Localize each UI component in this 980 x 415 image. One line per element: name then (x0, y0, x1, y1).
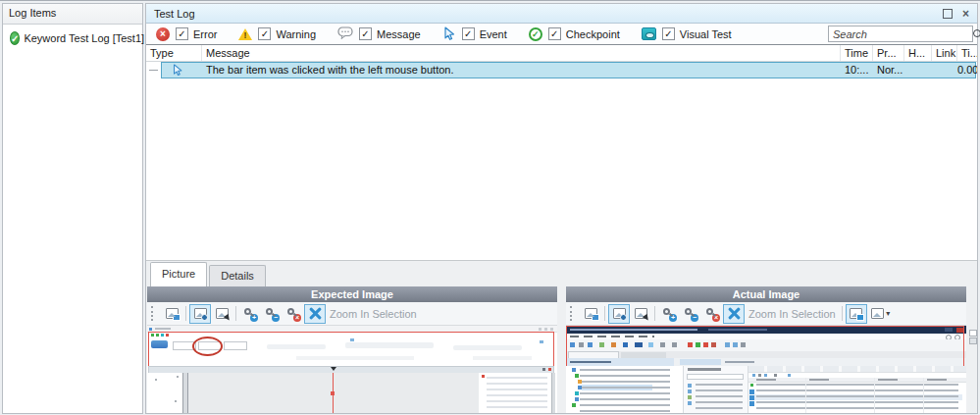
tool-dot (570, 342, 575, 347)
tool-dot (623, 342, 628, 347)
ribbon-speck (540, 340, 543, 343)
zoom-out-icon: − (684, 307, 697, 321)
log-table-header: Type Message Time Pr... H... Link Ti... (146, 45, 977, 62)
column-header-priority[interactable]: Pr... (873, 45, 904, 61)
zoom-reset-button[interactable]: × (283, 304, 304, 324)
picture-compare-area: Expected Image + − × Zoom In Selection (146, 286, 977, 413)
tool-dot (579, 342, 584, 347)
actual-image-preview[interactable] (566, 326, 966, 413)
event-checkbox[interactable] (462, 27, 475, 40)
preview-panel-heads (566, 358, 966, 366)
preview-operations-panel (684, 366, 748, 413)
select-mode-button[interactable] (211, 304, 232, 324)
row-message-cell: The bar item was clicked with the left m… (202, 62, 841, 78)
zoom-out-button[interactable]: − (261, 304, 283, 324)
log-table-row[interactable]: The bar item was clicked with the left m… (146, 62, 977, 78)
toolbar-separator (654, 306, 655, 321)
column-header-haspicture[interactable]: H... (904, 45, 932, 61)
qat-dot (151, 334, 154, 337)
filter-error[interactable]: Error (156, 27, 217, 41)
panel-splitter[interactable] (557, 286, 566, 413)
pan-mode-button[interactable] (608, 304, 630, 324)
filter-warning[interactable]: Warning (238, 27, 316, 40)
chevron-down-icon: ▾ (886, 309, 890, 318)
column-header-link[interactable]: Link (932, 45, 957, 61)
select-picture-icon (216, 308, 229, 319)
filter-event[interactable]: Event (442, 26, 507, 41)
maximize-icon[interactable] (943, 9, 953, 19)
event-icon (442, 26, 456, 41)
tool-dot (635, 342, 643, 347)
message-checkbox[interactable] (359, 27, 372, 40)
save-picture-icon (585, 308, 597, 319)
grid-tool-dot (752, 374, 755, 377)
log-tree-item[interactable]: ✓ Keyword Test Log [Test1] (3, 31, 142, 45)
head-text (570, 361, 611, 363)
checkpoint-checkbox[interactable] (548, 27, 561, 40)
grid-tool-dot (788, 374, 791, 377)
toolbar-separator (604, 306, 605, 321)
column-header-message[interactable]: Message (202, 45, 841, 61)
picture-options-button[interactable]: ▾ (867, 304, 895, 324)
zoom-fit-button[interactable] (723, 304, 745, 324)
filter-message[interactable]: Message (337, 26, 421, 43)
close-icon[interactable]: × (962, 9, 969, 19)
log-items-header: Log Items (3, 4, 142, 25)
tree-bullet (575, 391, 579, 395)
workspace-tab (568, 351, 619, 358)
grid-row-icon (749, 395, 754, 400)
preview-title-text (570, 329, 697, 331)
head-text (725, 361, 754, 363)
red-dot (482, 375, 485, 378)
zoom-in-button[interactable]: + (658, 304, 680, 324)
toolbar-grip[interactable] (570, 306, 576, 321)
expected-image-toolbar: + − × Zoom In Selection (147, 302, 557, 326)
strip-glyph (969, 330, 977, 337)
save-picture-button[interactable] (161, 304, 182, 324)
grid-header-text (809, 379, 829, 381)
search-box[interactable] (828, 26, 973, 42)
visual-test-checkbox[interactable] (662, 27, 675, 40)
zoom-fit-button[interactable] (304, 304, 326, 324)
warning-checkbox[interactable] (258, 27, 271, 40)
search-icon[interactable] (972, 28, 980, 40)
error-checkbox[interactable] (176, 27, 188, 40)
warning-icon (238, 28, 252, 40)
sync-pictures-button[interactable] (846, 304, 867, 324)
ribbon-blob (345, 342, 434, 348)
zoom-in-button[interactable]: + (239, 304, 261, 324)
preview-app-icon (149, 328, 152, 331)
zoom-out-button[interactable]: − (680, 304, 701, 324)
preview-max-glyph (544, 328, 547, 331)
checkpoint-icon (529, 27, 542, 41)
ops-bullet (688, 395, 692, 399)
ribbon-speck (350, 338, 354, 341)
pan-picture-icon (194, 308, 207, 319)
filter-visual-test[interactable]: Visual Test (642, 27, 732, 40)
ops-bullet (688, 401, 692, 405)
actual-image-toolbar: + − × Zoom In Selection ▾ (566, 302, 966, 326)
visual-test-log-window: Log Items ✓ Keyword Test Log [Test1] Tes… (0, 0, 980, 415)
zoom-reset-button[interactable]: × (701, 304, 723, 324)
column-header-timetaken[interactable]: Ti... (957, 45, 977, 61)
pan-mode-button[interactable] (189, 304, 211, 324)
tool-dot (588, 342, 593, 347)
tab-details[interactable]: Details (209, 265, 266, 286)
save-picture-button[interactable] (580, 304, 601, 324)
expected-image-preview[interactable] (147, 326, 557, 413)
filter-checkpoint[interactable]: Checkpoint (529, 27, 620, 41)
toolbar-separator (235, 306, 236, 321)
grid-tool-dot (764, 374, 767, 377)
preview-title-text (708, 329, 767, 331)
lock-picture-icon (850, 308, 862, 319)
column-header-type[interactable]: Type (146, 45, 202, 61)
grid-col-sep (923, 378, 924, 413)
pan-picture-icon (613, 308, 626, 319)
tab-picture[interactable]: Picture (150, 262, 207, 286)
filter-label: Event (480, 28, 507, 40)
search-input[interactable] (833, 28, 972, 40)
column-header-time[interactable]: Time (841, 45, 873, 61)
select-mode-button[interactable] (630, 304, 651, 324)
filter-toolbar: Error Warning Message Event Checkpoint (146, 24, 977, 45)
toolbar-grip[interactable] (151, 306, 157, 321)
